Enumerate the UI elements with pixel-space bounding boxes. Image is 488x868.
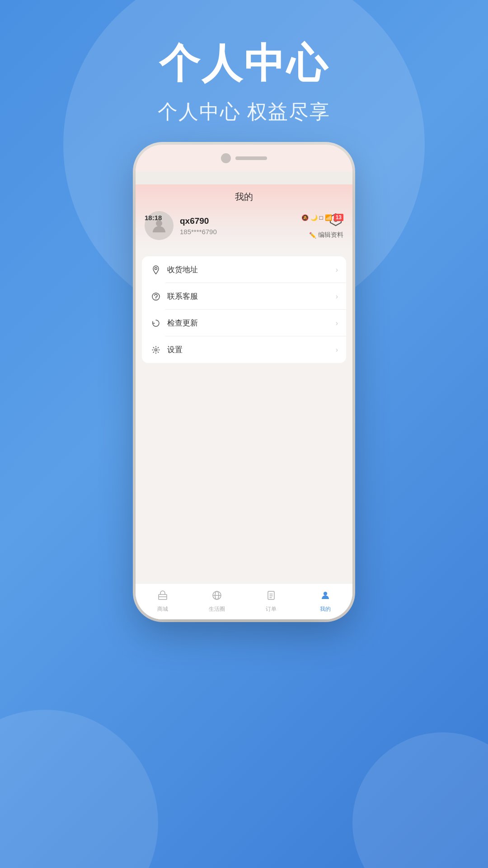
address-label: 收货地址 [167,264,336,275]
menu-card: 收货地址 › 联系客服 › [142,256,346,363]
page-title: 个人中心 [0,36,488,91]
address-icon [150,265,162,274]
shop-icon [157,590,168,604]
nav-item-shop[interactable]: 商城 [136,586,190,617]
phone-camera [221,153,231,163]
edit-profile-button[interactable]: ✏️ 编辑资料 [309,231,343,239]
bg-decoration-bottom-left [0,710,158,868]
app-header-title: 我的 [145,191,343,203]
bell-icon: 🔕 [301,214,309,221]
menu-item-service[interactable]: 联系客服 › [142,283,346,310]
user-phone: 185****6790 [180,228,217,236]
svg-point-5 [155,298,156,299]
wifi-icon: 📶 [325,214,332,221]
settings-chevron: › [336,346,338,354]
mine-label: 我的 [320,605,331,613]
page-header: 个人中心 个人中心 权益尽享 [0,36,488,125]
bottom-nav: 商城 生活圈 [136,583,352,619]
phone-top-bar [136,145,352,172]
mine-icon [320,590,331,604]
update-chevron: › [336,319,338,327]
phone-mockup: 18:18 🔕 🌙 □ 📶 13 我的 [136,145,352,619]
status-time: 18:18 [145,214,162,222]
page-subtitle: 个人中心 权益尽享 [0,99,488,125]
battery-icon: 13 [334,214,343,221]
orders-icon [266,590,277,604]
bg-decoration-bottom-right [352,732,488,868]
svg-rect-12 [268,591,274,599]
menu-item-settings[interactable]: 设置 › [142,336,346,363]
menu-item-update[interactable]: 检查更新 › [142,310,346,336]
moon-icon: 🌙 [310,214,318,221]
update-label: 检查更新 [167,318,336,328]
settings-label: 设置 [167,344,336,355]
life-icon [211,590,222,604]
address-chevron: › [336,266,338,274]
edit-profile-label: 编辑资料 [318,231,343,239]
shop-label: 商城 [157,605,168,613]
app-screen: 18:18 🔕 🌙 □ 📶 13 我的 [136,184,352,619]
settings-icon [150,345,162,354]
service-chevron: › [336,292,338,301]
menu-item-address[interactable]: 收货地址 › [142,256,346,283]
svg-point-6 [155,349,157,351]
nav-item-mine[interactable]: 我的 [298,586,352,617]
status-icons: 🔕 🌙 □ 📶 13 [301,214,343,221]
status-bar: 18:18 🔕 🌙 □ 📶 13 [145,211,343,224]
phone-speaker [235,156,267,160]
edit-icon: ✏️ [309,232,316,239]
orders-label: 订单 [266,605,277,613]
svg-point-16 [324,592,327,595]
nav-item-orders[interactable]: 订单 [244,586,298,617]
service-label: 联系客服 [167,291,336,302]
service-icon [150,292,162,301]
nav-item-life[interactable]: 生活圈 [190,586,244,617]
svg-point-3 [155,267,157,269]
battery-saver-icon: □ [319,214,323,221]
life-label: 生活圈 [209,605,225,613]
update-icon [150,319,162,328]
